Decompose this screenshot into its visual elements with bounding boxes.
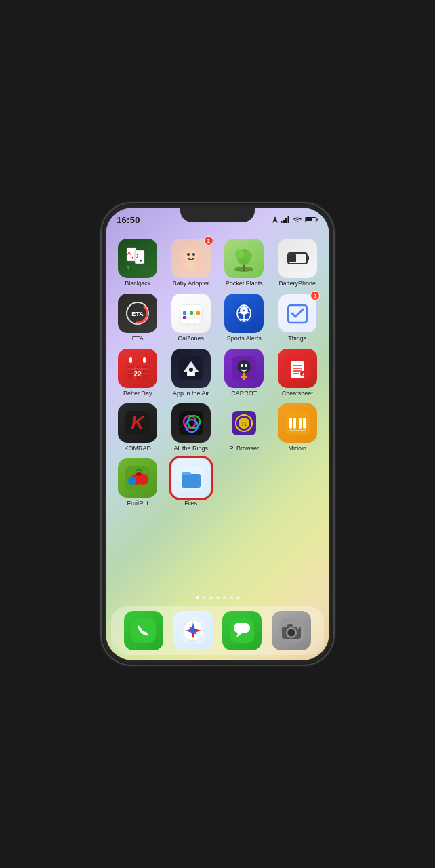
- svg-rect-55: [129, 357, 132, 363]
- app-appintheair[interactable]: App in the Air: [167, 349, 215, 397]
- svg-point-64: [245, 364, 247, 367]
- badge-babyadopter: 1: [204, 236, 213, 245]
- app-icon-calzones: [171, 294, 211, 333]
- app-things[interactable]: 3Things: [274, 294, 322, 342]
- svg-rect-87: [303, 418, 306, 429]
- app-label-calzones: CalZones: [178, 335, 204, 342]
- svg-point-16: [184, 249, 198, 262]
- svg-text:$: $: [127, 264, 130, 271]
- app-icon-things: [278, 294, 317, 333]
- svg-marker-0: [272, 216, 278, 223]
- screen: 16:50: [106, 208, 329, 660]
- app-pibrowser[interactable]: π Pi Browser: [220, 403, 268, 452]
- dock-app-camera[interactable]: [272, 611, 311, 650]
- svg-point-92: [136, 472, 142, 476]
- svg-rect-27: [289, 254, 296, 262]
- app-label-blackjack: Blackjack: [125, 280, 150, 287]
- dock-icon-messages: [222, 611, 262, 650]
- dock-icon-safari: [173, 611, 213, 650]
- svg-rect-40: [183, 311, 186, 315]
- dock: [111, 606, 324, 655]
- app-midoin[interactable]: Midoin: [274, 403, 322, 452]
- app-label-babyadopter: Baby Adopter: [173, 280, 209, 287]
- svg-rect-84: [289, 418, 292, 429]
- svg-point-24: [244, 252, 252, 260]
- svg-point-111: [297, 627, 299, 629]
- svg-point-93: [128, 477, 136, 485]
- app-icon-batteryphone: [278, 239, 317, 278]
- svg-rect-86: [299, 418, 302, 429]
- app-carrot[interactable]: CARROT: [220, 349, 268, 397]
- app-label-things: Things: [288, 335, 306, 342]
- app-label-files: Files: [184, 500, 197, 507]
- app-betterday[interactable]: 22 Better Day: [114, 349, 162, 397]
- svg-text:♦: ♦: [131, 256, 133, 260]
- dock-app-messages[interactable]: [222, 611, 262, 650]
- app-batteryphone[interactable]: BatteryPhone: [274, 239, 322, 287]
- app-label-cheatsheet: Cheatsheet: [282, 390, 313, 397]
- app-icon-midoin: [278, 403, 317, 443]
- dock-app-safari[interactable]: [173, 611, 213, 650]
- page-dot-0: [196, 596, 199, 599]
- svg-point-23: [235, 250, 245, 259]
- app-label-carrot: CARROT: [231, 390, 257, 397]
- svg-rect-28: [296, 252, 302, 254]
- svg-rect-3: [285, 218, 287, 223]
- app-label-sportsalerts: Sports Alerts: [227, 335, 262, 342]
- svg-rect-85: [293, 418, 296, 429]
- app-icon-sportsalerts: [224, 294, 264, 333]
- phone-frame: 16:50: [102, 203, 333, 665]
- app-pocketplants[interactable]: Pocket Plants: [220, 239, 268, 287]
- svg-rect-41: [190, 311, 193, 315]
- app-icon-carrot: [224, 349, 264, 388]
- svg-rect-1: [281, 221, 283, 223]
- app-files[interactable]: Files: [167, 458, 215, 507]
- app-label-alltherings: All the Rings: [173, 445, 208, 452]
- app-icon-eta: ETA: [118, 294, 157, 333]
- svg-rect-2: [283, 220, 285, 223]
- svg-point-63: [241, 364, 243, 367]
- svg-point-109: [288, 629, 295, 636]
- svg-rect-88: [289, 430, 306, 431]
- app-label-betterday: Better Day: [123, 390, 152, 397]
- app-eta[interactable]: ETA ETA: [114, 294, 162, 342]
- app-icon-fruitpot: [118, 458, 157, 498]
- svg-text:22: 22: [134, 370, 142, 378]
- svg-rect-56: [143, 357, 146, 363]
- app-label-batteryphone: BatteryPhone: [278, 280, 316, 287]
- app-sportsalerts[interactable]: Sports Alerts: [220, 294, 268, 342]
- svg-rect-95: [182, 474, 201, 488]
- app-komrad[interactable]: K KOMRAD: [114, 403, 162, 452]
- dock-app-phone[interactable]: [124, 611, 163, 650]
- page-dots: [106, 596, 329, 599]
- svg-rect-59: [188, 372, 194, 376]
- app-blackjack[interactable]: A ♦ J ♠ $ Blackjack: [114, 239, 162, 287]
- svg-rect-43: [183, 316, 186, 319]
- svg-text:π: π: [241, 420, 247, 427]
- page-dot-3: [216, 596, 220, 599]
- app-babyadopter[interactable]: 1Baby Adopter: [167, 239, 215, 287]
- svg-text:J: J: [136, 253, 138, 259]
- battery-icon: [305, 216, 318, 223]
- app-label-pocketplants: Pocket Plants: [226, 280, 263, 287]
- svg-point-62: [237, 360, 251, 374]
- svg-point-18: [187, 253, 190, 256]
- app-alltherings[interactable]: All the Rings: [167, 403, 215, 452]
- location-icon: [272, 216, 278, 223]
- status-time: 16:50: [117, 215, 140, 225]
- app-cheatsheet[interactable]: ★ Cheatsheet: [274, 349, 322, 397]
- app-calzones[interactable]: CalZones: [167, 294, 215, 342]
- page-dot-1: [203, 596, 206, 599]
- app-icon-komrad: K: [118, 403, 157, 443]
- app-fruitpot[interactable]: FruitPot: [114, 458, 162, 507]
- svg-rect-110: [287, 624, 293, 627]
- app-label-eta: ETA: [132, 335, 144, 342]
- svg-text:K: K: [131, 412, 146, 433]
- app-icon-pibrowser: π: [224, 403, 264, 443]
- app-icon-appintheair: [171, 349, 211, 388]
- svg-rect-96: [182, 472, 191, 475]
- svg-rect-4: [288, 216, 290, 223]
- svg-rect-35: [180, 308, 202, 311]
- badge-things: 3: [310, 291, 320, 300]
- svg-point-19: [192, 253, 195, 256]
